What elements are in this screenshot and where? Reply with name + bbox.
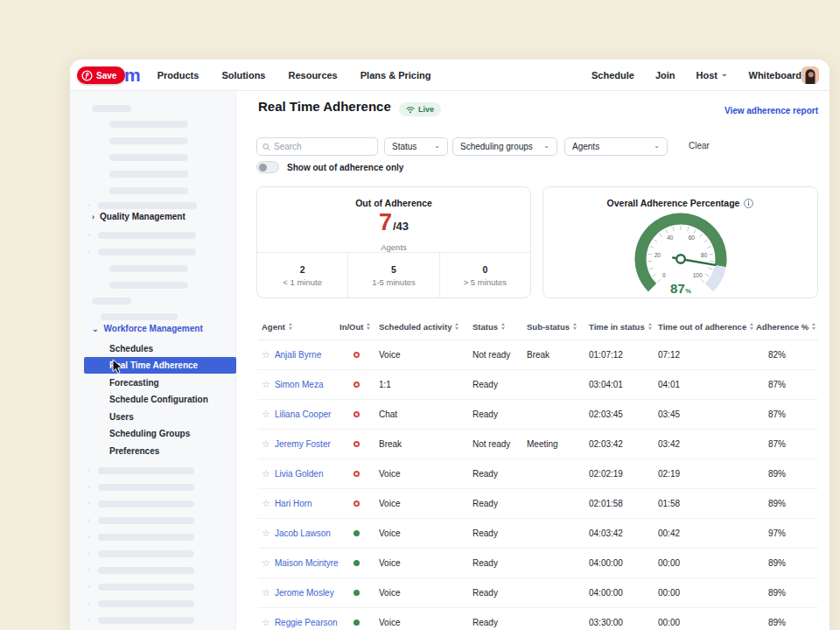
sort-icon[interactable]	[455, 323, 458, 330]
agent-link[interactable]: Anjali Byrne	[275, 350, 321, 360]
agent-cell: ☆Anjali Byrne	[258, 350, 340, 360]
sidebar-item-schedules[interactable]: Schedules	[84, 340, 236, 357]
count-total: /43	[393, 220, 409, 233]
in-out-cell	[340, 528, 379, 538]
sort-icon[interactable]	[812, 323, 816, 330]
sort-icon[interactable]	[750, 323, 753, 330]
search-input[interactable]	[274, 142, 372, 151]
avatar[interactable]	[802, 66, 819, 84]
star-icon[interactable]: ☆	[262, 469, 270, 479]
sidebar-section-quality-management[interactable]: › Quality Management	[92, 212, 186, 221]
adherence-cell: 89%	[756, 469, 818, 479]
sort-icon[interactable]	[501, 323, 505, 330]
agent-link[interactable]: Simon Meza	[275, 380, 324, 389]
time-in-status-cell: 02:03:42	[589, 439, 658, 449]
agent-cell: ☆Jeremy Foster	[258, 439, 340, 449]
out-of-adherence-indicator	[354, 471, 360, 477]
out-of-adherence-toggle[interactable]	[256, 161, 279, 173]
time-out-of-adherence-cell: 02:19	[658, 469, 756, 479]
dropdown-agents[interactable]: Agents⌄	[564, 137, 668, 156]
pinterest-save-button[interactable]: Save	[77, 66, 125, 84]
nav-link-whiteboard[interactable]: Whiteboard	[749, 70, 802, 80]
skeleton-bar	[92, 105, 131, 112]
in-out-cell	[340, 469, 379, 479]
star-icon[interactable]: ☆	[262, 410, 270, 419]
column-header-label: Adherence %	[756, 322, 808, 332]
skeleton-bar	[98, 517, 194, 524]
sort-down-arrow	[289, 327, 292, 330]
nav-link-solutions[interactable]: Solutions	[221, 70, 265, 80]
agent-link[interactable]: Maison Mcintyre	[275, 558, 339, 568]
gauge-tick	[657, 279, 661, 283]
nav-link-resources[interactable]: Resources	[288, 70, 337, 80]
sidebar-item-schedule-configuration[interactable]: Schedule Configuration	[84, 391, 236, 408]
miro-logo[interactable]: m	[124, 66, 140, 84]
skeleton-bar	[109, 137, 188, 144]
sidebar-item-scheduling-groups[interactable]: Scheduling Groups	[84, 425, 236, 442]
nav-link-products[interactable]: Products	[158, 70, 200, 80]
clear-filters-button[interactable]: Clear	[689, 141, 710, 150]
sidebar-section-workforce-management[interactable]: ⌄ Workforce Management	[92, 324, 203, 333]
sort-icon[interactable]	[289, 323, 292, 330]
nav-link-join[interactable]: Join	[655, 70, 676, 80]
view-adherence-report-link[interactable]: View adherence report	[724, 106, 818, 116]
chevron-right-icon: ›	[88, 248, 90, 256]
activity-cell: Voice	[379, 558, 472, 568]
dropdown-status[interactable]: Status⌄	[384, 137, 448, 156]
info-icon[interactable]	[744, 199, 753, 208]
gauge-tick	[654, 240, 657, 242]
gauge-tick	[650, 246, 654, 248]
sidebar: › Quality Management ⌄ Workforce Managem…	[70, 91, 236, 630]
nav-link-label: Join	[655, 70, 676, 80]
gauge-value: 87%	[670, 281, 691, 296]
in-out-cell	[340, 558, 379, 568]
gauge-tick-label: 20	[654, 252, 662, 258]
sort-icon[interactable]	[648, 323, 652, 330]
star-icon[interactable]: ☆	[262, 380, 270, 389]
agent-link[interactable]: Reggie Pearson	[275, 618, 338, 627]
table-row: ☆Jacob LawsonVoiceReady04:03:4200:4297%	[258, 519, 818, 549]
agent-link[interactable]: Hari Horn	[275, 499, 312, 508]
sidebar-item-preferences[interactable]: Preferences	[84, 443, 236, 459]
agent-link[interactable]: Livia Golden	[275, 469, 324, 479]
skeleton-bar	[98, 248, 196, 256]
star-icon[interactable]: ☆	[262, 588, 270, 598]
agent-link[interactable]: Liliana Cooper	[275, 410, 332, 419]
status-cell: Ready	[472, 528, 527, 538]
sort-icon[interactable]	[367, 323, 370, 330]
table-row: ☆Simon Meza1:1Ready03:04:0104:0187%	[258, 370, 818, 400]
gauge-tick	[705, 274, 709, 276]
chevron-down-icon: ⌄	[721, 70, 728, 78]
adherence-cell: 89%	[756, 558, 818, 568]
sort-down-arrow	[501, 327, 505, 330]
sort-icon[interactable]	[573, 323, 577, 330]
nav-link-host[interactable]: Host⌄	[696, 70, 728, 80]
agents-table: AgentIn/OutScheduled activityStatusSub-s…	[258, 313, 818, 630]
sidebar-item-users[interactable]: Users	[84, 409, 236, 425]
nav-link-plans-pricing[interactable]: Plans & Pricing	[360, 70, 431, 80]
star-icon[interactable]: ☆	[262, 350, 270, 360]
out-of-adherence-indicator	[354, 382, 360, 388]
dropdown-scheduling-groups[interactable]: Scheduling groups⌄	[452, 137, 557, 156]
star-icon[interactable]: ☆	[262, 558, 270, 568]
sort-down-arrow	[573, 327, 577, 330]
activity-cell: Voice	[379, 528, 472, 538]
column-header-label: Time in status	[589, 322, 645, 332]
sidebar-item-forecasting[interactable]: Forecasting	[84, 374, 236, 391]
sort-up-arrow	[648, 323, 652, 326]
activity-cell: Voice	[379, 618, 472, 627]
table-row: ☆Jeremy FosterBreakNot readyMeeting02:03…	[258, 430, 818, 459]
star-icon[interactable]: ☆	[262, 499, 270, 508]
agent-link[interactable]: Jeremy Foster	[275, 439, 331, 449]
agent-link[interactable]: Jacob Lawson	[275, 528, 331, 538]
chevron-right-icon: ›	[88, 467, 90, 474]
sub-status-cell: Meeting	[527, 439, 589, 449]
star-icon[interactable]: ☆	[262, 439, 270, 449]
agent-link[interactable]: Jerome Mosley	[275, 588, 334, 598]
nav-link-schedule[interactable]: Schedule	[592, 70, 634, 80]
star-icon[interactable]: ☆	[262, 618, 270, 627]
sidebar-item-real-time-adherence[interactable]: Real Time Adherence	[84, 357, 236, 374]
status-cell: Ready	[472, 558, 527, 568]
gauge-tick	[688, 227, 689, 231]
star-icon[interactable]: ☆	[262, 528, 270, 538]
